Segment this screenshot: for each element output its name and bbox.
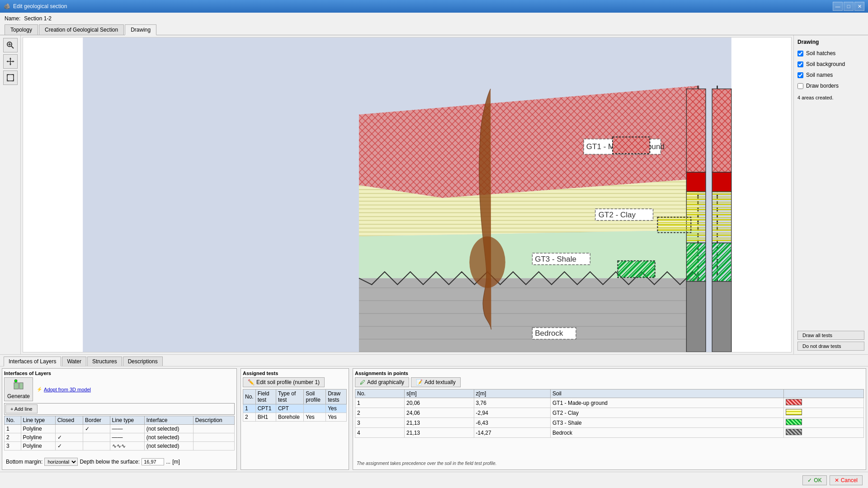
col-linetype: Line type (21, 416, 55, 425)
col-description: Description (193, 416, 234, 425)
svg-marker-9 (13, 61, 14, 62)
bottom-content: Interfaces of Layers Generate (0, 366, 868, 472)
interfaces-section: Interfaces of Layers Generate (2, 368, 237, 470)
soil-hatches-checkbox[interactable] (797, 51, 803, 56)
svg-rect-37 (686, 172, 706, 192)
generate-label: Generate (7, 393, 30, 399)
soil-names-row: Soil names (797, 72, 864, 78)
col-closed: Closed (55, 416, 83, 425)
drawing-canvas[interactable]: GT1 - Made-up ground GT2 - Clay GT3 - Sh… (23, 37, 792, 352)
soil-names-checkbox[interactable] (797, 72, 803, 78)
svg-rect-45 (712, 282, 731, 352)
svg-line-1 (11, 46, 14, 48)
fit-tool[interactable] (3, 70, 18, 85)
table-row[interactable]: 2 Polyline ✓ —— (not selected) (5, 433, 235, 442)
svg-rect-40 (686, 282, 706, 352)
svg-rect-39 (686, 243, 706, 282)
table-row[interactable]: 1 20,06 3,76 GT1 - Made-up ground (355, 398, 864, 408)
draw-borders-checkbox[interactable] (797, 83, 803, 89)
svg-rect-59 (19, 383, 23, 389)
table-row[interactable]: 1 CPT1 CPT Yes (243, 404, 347, 413)
ok-button[interactable]: ✓ OK (802, 475, 826, 485)
close-button[interactable]: ✕ (854, 2, 864, 11)
svg-text:GT2 - Clay: GT2 - Clay (599, 211, 636, 219)
name-label: Name: (5, 15, 20, 22)
soil-hatches-row: Soil hatches (797, 50, 864, 56)
depth-input[interactable] (142, 458, 164, 465)
add-line-button[interactable]: + Add line (5, 404, 38, 413)
add-textually-icon: 📝 (416, 379, 423, 385)
svg-text:Bedrock: Bedrock (535, 329, 563, 338)
table-row[interactable]: 1 Polyline ✓ —— (not selected) (5, 425, 235, 433)
svg-marker-32 (359, 278, 699, 352)
soil-background-checkbox[interactable] (797, 61, 803, 67)
adopt-label: Adopt from 3D model (44, 387, 91, 392)
cancel-button[interactable]: ✕ Cancel (830, 475, 863, 485)
depth-label: Depth below the surface: (80, 459, 140, 465)
tab-descriptions[interactable]: Descriptions (123, 357, 163, 366)
minimize-button[interactable]: — (833, 2, 843, 11)
soil-names-label: Soil names (806, 72, 833, 78)
assignments-section: Assignments in points 🖊 Add graphically … (353, 368, 866, 470)
name-value: Section 1-2 (24, 15, 52, 22)
bottom-margin-row: Bottom margin: horizontal Depth below th… (4, 456, 235, 468)
table-row[interactable]: 3 Polyline ✓ ∿∿∿ (not selected) (5, 442, 235, 450)
maximize-button[interactable]: □ (844, 2, 854, 11)
tab-structures[interactable]: Structures (87, 357, 122, 366)
window-title: Edit geological section (13, 3, 67, 9)
svg-rect-56 (618, 261, 655, 277)
svg-marker-8 (6, 61, 8, 62)
cancel-x: ✕ (835, 477, 839, 483)
left-toolbar (0, 35, 21, 354)
col-border: Border (83, 416, 110, 425)
zoom-tool[interactable] (3, 38, 18, 52)
svg-rect-10 (7, 75, 14, 81)
soil-hatches-label: Soil hatches (806, 50, 835, 56)
pan-tool[interactable] (3, 54, 18, 69)
tab-creation[interactable]: Creation of Geological Section (39, 24, 124, 35)
svg-rect-43 (712, 192, 731, 243)
title-bar: 🪨 Edit geological section — □ ✕ (0, 0, 868, 13)
edit-soil-profile-button[interactable]: ✏️ Edit soil profile (number 1) (243, 377, 325, 387)
col-linetype2: Line type (110, 416, 144, 425)
svg-rect-42 (712, 172, 731, 192)
tab-water[interactable]: Water (62, 357, 86, 366)
ok-checkmark: ✓ (807, 477, 812, 483)
assignments-title: Assignments in points (355, 371, 864, 376)
do-not-draw-tests-button[interactable]: Do not draw tests (797, 342, 864, 351)
window-icon: 🪨 (4, 3, 10, 9)
table-row[interactable]: 2 BH1 Borehole Yes Yes (243, 413, 347, 422)
drawing-panel-title: Drawing (797, 39, 864, 45)
tab-topology[interactable]: Topology (5, 24, 38, 35)
svg-rect-36 (686, 89, 706, 173)
soil-background-row: Soil background (797, 61, 864, 67)
svg-marker-7 (9, 64, 11, 66)
assigned-tests-section: Assigned tests ✏️ Edit soil profile (num… (241, 368, 349, 470)
assignments-table: No. s[m] z[m] Soil 1 20,06 3,76 (355, 389, 864, 438)
svg-rect-41 (712, 89, 731, 173)
table-row[interactable]: 4 21,13 -14,27 Bedrock (355, 428, 864, 438)
add-textually-button[interactable]: 📝 Add textually (411, 377, 461, 387)
bottom-margin-label: Bottom margin: (6, 459, 42, 465)
svg-point-33 (469, 236, 505, 288)
bottom-margin-select[interactable]: horizontal (44, 458, 78, 466)
col-no: No. (5, 416, 21, 425)
areas-text: 4 areas created. (797, 95, 864, 100)
svg-rect-58 (14, 383, 19, 389)
main-window: Name: Section 1-2 Topology Creation of G… (0, 13, 868, 488)
right-drawing-panel: Drawing Soil hatches Soil background Soi… (793, 35, 868, 354)
adopt-from-model[interactable]: ⚡ Adopt from 3D model (37, 377, 91, 401)
tab-interfaces[interactable]: Interfaces of Layers (4, 357, 61, 366)
assigned-tests-title: Assigned tests (243, 371, 347, 376)
name-bar: Name: Section 1-2 (0, 13, 868, 24)
table-row[interactable]: 3 21,13 -6,43 GT3 - Shale (355, 418, 864, 428)
bottom-panel: Interfaces of Layers Water Structures De… (0, 354, 868, 472)
tab-drawing[interactable]: Drawing (125, 24, 156, 35)
draw-all-tests-button[interactable]: Draw all tests (797, 331, 864, 340)
interfaces-title: Interfaces of Layers (4, 371, 235, 376)
table-row[interactable]: 2 24,06 -2,94 GT2 - Clay (355, 408, 864, 418)
bottom-tabs: Interfaces of Layers Water Structures De… (0, 355, 868, 366)
add-graphically-button[interactable]: 🖊 Add graphically (355, 377, 409, 387)
svg-rect-44 (712, 243, 731, 282)
generate-button[interactable]: Generate (4, 377, 33, 401)
